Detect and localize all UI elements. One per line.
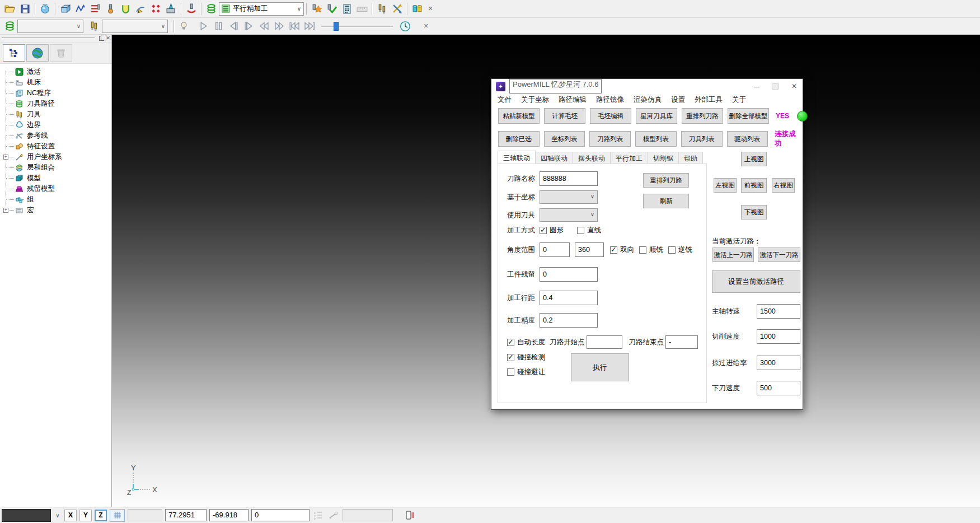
angle-start-input[interactable]	[540, 242, 570, 257]
toolpath-curve-icon[interactable]	[73, 2, 88, 16]
menu-workplane[interactable]: 关于坐标	[521, 95, 549, 105]
mode-circle-checkbox[interactable]: 圆形	[540, 226, 564, 235]
minimize-icon[interactable]	[754, 83, 759, 90]
axis-x-button[interactable]: X	[64, 510, 77, 521]
tool-list-button[interactable]: 刀具列表	[681, 131, 723, 147]
plunge-feed-input[interactable]	[757, 381, 800, 395]
explorer-tab-globe[interactable]	[26, 44, 49, 62]
measure-icon[interactable]	[354, 2, 369, 16]
axis-y-button[interactable]: Y	[79, 510, 92, 521]
collision-avoid-checkbox[interactable]: 碰撞避让	[507, 367, 545, 377]
simulate-toolpath-icon[interactable]	[2, 19, 17, 34]
mode-line-checkbox[interactable]: 直线	[577, 226, 601, 235]
bidirectional-checkbox[interactable]: 双向	[610, 245, 634, 255]
graphics-viewport[interactable]: Y X Z PowerMILL 忆梦星河 7.0.6	[112, 35, 980, 507]
tree-item-levels-sets[interactable]: 层和组合	[0, 162, 111, 173]
conventional-checkbox[interactable]: 逆铣	[668, 245, 692, 255]
close-panel-icon[interactable]	[106, 35, 110, 42]
menu-simulation[interactable]: 渲染仿真	[634, 95, 662, 105]
probe-pin-icon[interactable]	[327, 511, 340, 520]
rewind-icon[interactable]	[256, 19, 271, 34]
active-toolpath-icon[interactable]	[204, 2, 219, 16]
stock-input[interactable]	[540, 267, 598, 282]
tool-arc-icon[interactable]	[184, 2, 199, 16]
toolpath-verify-icon[interactable]	[309, 2, 324, 16]
explorer-tab-tree[interactable]	[3, 44, 25, 62]
tree-item-toolpaths[interactable]: 刀具路径	[0, 99, 111, 109]
chevron-down-icon[interactable]	[77, 23, 81, 29]
tree-item-nc-programs[interactable]: NC程序	[0, 88, 111, 99]
tool-combobox[interactable]	[540, 208, 598, 222]
menu-path-edit[interactable]: 路径编辑	[559, 95, 587, 105]
block-edit-button[interactable]: 毛坯编辑	[590, 108, 631, 124]
play-icon[interactable]	[196, 19, 211, 34]
stepover-input[interactable]	[540, 291, 598, 305]
calc-block-button[interactable]: 计算毛坯	[544, 108, 585, 124]
expand-icon[interactable]	[3, 208, 8, 213]
fast-forward-icon[interactable]	[271, 19, 287, 34]
workplane-combobox[interactable]	[540, 190, 598, 204]
execute-button[interactable]: 执行	[571, 353, 629, 381]
view-left-button[interactable]: 左视图	[714, 178, 737, 193]
toolpath-ok-icon[interactable]	[324, 2, 339, 16]
view-right-button[interactable]: 右视图	[772, 178, 795, 193]
raster-toolpath-icon[interactable]	[88, 2, 103, 16]
chevron-down-icon[interactable]	[54, 512, 62, 519]
auto-length-checkbox[interactable]: 自动长度	[507, 338, 545, 347]
view-top-button[interactable]: 上视图	[741, 152, 767, 166]
menu-path-mirror[interactable]: 路径镜像	[596, 95, 624, 105]
tree-item-activate[interactable]: 激活	[0, 67, 111, 77]
strategy-combobox[interactable]: 平行精加工	[219, 2, 304, 16]
spindle-speed-input[interactable]	[757, 304, 800, 319]
close-toolbar-icon[interactable]	[425, 5, 436, 12]
ballnose-tool-icon[interactable]	[103, 2, 118, 16]
tree-item-tools[interactable]: 刀具	[0, 109, 111, 120]
transform-icon[interactable]	[390, 2, 405, 16]
start-point-input[interactable]	[587, 335, 622, 349]
view-front-button[interactable]: 前视图	[741, 178, 767, 193]
view-bottom-button[interactable]: 下视图	[741, 205, 767, 220]
tolerance-input[interactable]	[540, 313, 598, 328]
chevron-down-icon[interactable]	[590, 193, 594, 199]
collision-check-checkbox[interactable]: 碰撞检测	[507, 353, 545, 362]
coord-y-field[interactable]: -69.918	[209, 509, 248, 521]
tree-item-machine[interactable]: 机床	[0, 77, 111, 88]
angle-end-input[interactable]	[575, 242, 604, 257]
step-back-icon[interactable]	[226, 19, 241, 34]
simulation-toolpath-combobox[interactable]	[17, 20, 83, 33]
dialog-titlebar[interactable]: PowerMILL 忆梦星河 7.0.6	[491, 79, 803, 94]
tool-library-button[interactable]: 星河刀具库	[636, 108, 677, 124]
drill-block-icon[interactable]	[163, 2, 179, 16]
float-panel-icon[interactable]	[99, 36, 104, 41]
compare-models-icon[interactable]	[410, 2, 425, 16]
step-forward-icon[interactable]	[241, 19, 256, 34]
menu-settings[interactable]: 设置	[671, 95, 685, 105]
paste-model-button[interactable]: 粘贴新模型	[498, 108, 540, 124]
menu-about[interactable]: 关于	[732, 95, 746, 105]
tree-item-workplanes[interactable]: 用户坐标系	[0, 152, 111, 162]
boundary-icon[interactable]	[118, 2, 133, 16]
chevron-down-icon[interactable]	[161, 23, 165, 29]
tool-change-icon[interactable]	[374, 2, 390, 16]
drive-list-button[interactable]: 驱动列表	[727, 131, 768, 147]
activate-next-button[interactable]: 激活下一刀路	[758, 248, 800, 262]
coord-z-field[interactable]: 0	[251, 509, 310, 521]
maximize-icon[interactable]	[772, 83, 779, 90]
chevron-down-icon[interactable]	[297, 6, 301, 12]
tree-item-stock-models[interactable]: 残留模型	[0, 184, 111, 194]
coord-x-field[interactable]: 77.2951	[165, 509, 207, 521]
highlight-icon[interactable]	[176, 19, 191, 34]
activate-prev-button[interactable]: 激活上一刀路	[712, 248, 754, 262]
tree-item-groups[interactable]: 组	[0, 194, 111, 205]
toolpath-list-button[interactable]: 刀路列表	[589, 131, 631, 147]
close-icon[interactable]	[791, 82, 797, 90]
shade-ball-icon[interactable]	[37, 2, 53, 16]
status-combobox[interactable]	[2, 509, 51, 522]
pattern-pencil-icon[interactable]	[133, 2, 148, 16]
clock-icon[interactable]	[397, 19, 412, 34]
go-end-icon[interactable]	[302, 19, 317, 34]
go-start-icon[interactable]	[287, 19, 302, 34]
expand-icon[interactable]	[3, 155, 8, 160]
sort-list-icon[interactable]: xyz	[312, 511, 325, 520]
model-list-button[interactable]: 模型列表	[635, 131, 677, 147]
